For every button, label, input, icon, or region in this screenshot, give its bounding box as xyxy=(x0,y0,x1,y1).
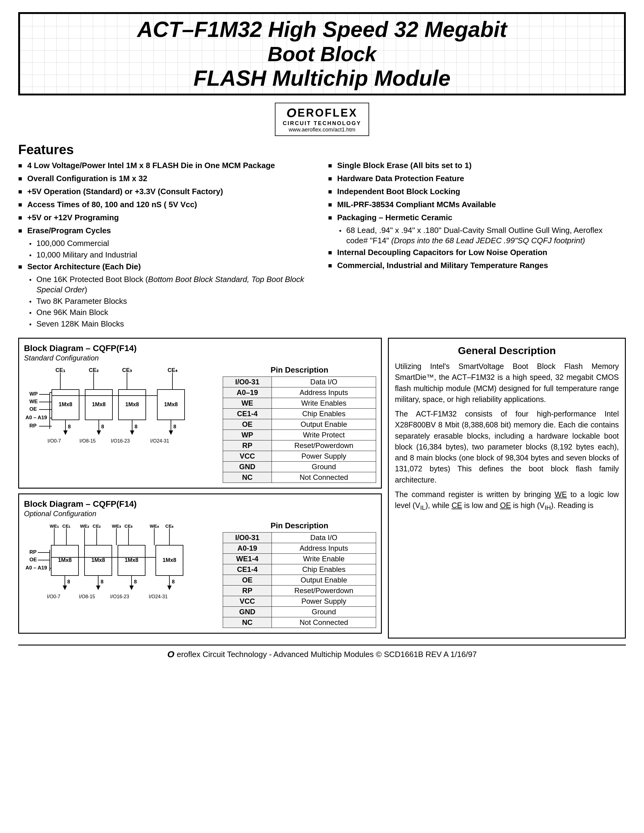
svg-text:8: 8 xyxy=(101,579,103,585)
feature-item: ■ Single Block Erase (All bits set to 1) xyxy=(328,160,626,171)
logo-sub: CIRCUIT TECHNOLOGY xyxy=(283,120,361,127)
feature-item: ■ Overall Configuration is 1M x 32 xyxy=(18,173,316,184)
footer-text: eroflex Circuit Technology - Advanced Mu… xyxy=(177,650,477,659)
features-col-right: ■ Single Block Erase (All bits set to 1)… xyxy=(328,160,626,330)
bd2-svg: WE₁ CE₁ WE₂ CE₂ WE₃ CE₃ WE₄ CE₄ xyxy=(24,521,206,624)
header-box: ACT–F1M32 High Speed 32 Megabit Boot Blo… xyxy=(18,12,626,95)
feature-item: ■ +5V or +12V Programing xyxy=(18,212,316,223)
bullet-icon: ■ xyxy=(328,213,335,222)
bd2-title: Block Diagram – CQFP(F14) xyxy=(24,499,376,509)
svg-text:1Mx8: 1Mx8 xyxy=(164,401,177,407)
svg-text:CE₄: CE₄ xyxy=(166,523,174,529)
bullet-icon: ■ xyxy=(328,161,335,170)
bd2-subtitle: Optional Configuration xyxy=(24,510,376,518)
bd1-title: Block Diagram – CQFP(F14) xyxy=(24,344,376,353)
footer-logo-a-icon: Ο xyxy=(167,649,174,659)
bd2-pin-title: Pin Description xyxy=(223,521,376,531)
sub-feature-item: ● 100,000 Commercial xyxy=(29,238,316,249)
svg-text:CE₄: CE₄ xyxy=(167,367,177,373)
general-desc-section: General Description Utilizing Intel's Sm… xyxy=(388,338,626,638)
sub-feature-item: ● One 96K Main Block xyxy=(29,307,316,318)
diagrams-section: Block Diagram – CQFP(F14) Standard Confi… xyxy=(18,338,382,638)
gd-para-1: Utilizing Intel's SmartVoltage Boot Bloc… xyxy=(395,361,619,405)
table-row: A0–19Address Inputs xyxy=(223,388,376,398)
feature-text: +5V or +12V Programing xyxy=(27,212,119,223)
footer-bar: Ο eroflex Circuit Technology - Advanced … xyxy=(18,645,626,659)
feature-item: ■ +5V Operation (Standard) or +3.3V (Con… xyxy=(18,186,316,197)
title-line2: Boot Block xyxy=(26,42,618,66)
feature-text: Overall Configuration is 1M x 32 xyxy=(27,173,147,184)
bd2-right: Pin Description I/O0-31Data I/O A0-19Add… xyxy=(223,521,376,628)
sub-feature-text: 100,000 Commercial xyxy=(36,238,109,249)
logo-area: Ο EROFLEX CIRCUIT TECHNOLOGY www.aerofle… xyxy=(18,103,626,136)
feature-text: MIL-PRF-38534 Compliant MCMs Available xyxy=(337,199,496,210)
svg-text:I/O8-15: I/O8-15 xyxy=(79,438,95,444)
bullet-icon: ■ xyxy=(328,261,335,270)
svg-text:I/O24-31: I/O24-31 xyxy=(149,594,167,599)
svg-text:8: 8 xyxy=(134,579,137,585)
svg-text:I/O0-7: I/O0-7 xyxy=(48,438,61,444)
bullet-icon: ■ xyxy=(18,262,26,272)
feature-item: ■ MIL-PRF-38534 Compliant MCMs Available xyxy=(328,199,626,210)
bullet-icon: ■ xyxy=(18,226,26,235)
feature-text: Erase/Program Cycles xyxy=(27,225,111,236)
table-row: RPReset/Powerdown xyxy=(223,585,376,596)
svg-text:1Mx8: 1Mx8 xyxy=(91,557,105,563)
title-line3: FLASH Multichip Module xyxy=(26,66,618,90)
svg-text:RP: RP xyxy=(29,549,37,555)
bullet-icon: ■ xyxy=(328,200,335,209)
feature-item: ■ Erase/Program Cycles xyxy=(18,225,316,236)
bullet-icon: ■ xyxy=(328,248,335,257)
block-diagram-2: Block Diagram – CQFP(F14) Optional Confi… xyxy=(18,494,382,634)
feature-item: ■ Commercial, Industrial and Military Te… xyxy=(328,260,626,271)
sub-feature-text: 10,000 Military and Industrial xyxy=(36,250,137,260)
features-col-left: ■ 4 Low Voltage/Power Intel 1M x 8 FLASH… xyxy=(18,160,316,330)
logo-box: Ο EROFLEX CIRCUIT TECHNOLOGY www.aerofle… xyxy=(275,103,369,136)
svg-text:I/O16-23: I/O16-23 xyxy=(111,438,130,444)
bd1-inner: CE₁ CE₂ CE₃ CE₄ WP WE xyxy=(24,365,376,483)
feature-item: ■ Packaging – Hermetic Ceramic xyxy=(328,212,626,223)
table-row: NCNot Connected xyxy=(223,618,376,628)
svg-text:RP: RP xyxy=(29,423,37,429)
feature-item: ■ Internal Decoupling Capacitors for Low… xyxy=(328,247,626,258)
svg-text:1Mx8: 1Mx8 xyxy=(92,401,105,407)
header-title: ACT–F1M32 High Speed 32 Megabit Boot Blo… xyxy=(26,17,618,90)
bd1-svg: CE₁ CE₂ CE₃ CE₄ WP WE xyxy=(24,365,206,462)
table-row: WPWrite Protect xyxy=(223,430,376,441)
logo-name: EROFLEX xyxy=(298,107,357,119)
svg-text:CE₂: CE₂ xyxy=(93,523,101,529)
svg-text:CE₃: CE₃ xyxy=(124,523,133,529)
feature-item: ■ Independent Boot Block Locking xyxy=(328,186,626,197)
table-row: I/O0-31Data I/O xyxy=(223,377,376,388)
bullet-icon: ■ xyxy=(18,200,26,209)
svg-text:8: 8 xyxy=(101,424,104,429)
bd1-subtitle: Standard Configuration xyxy=(24,354,376,362)
feature-text: Commercial, Industrial and Military Temp… xyxy=(337,260,548,271)
svg-text:A0 – A19: A0 – A19 xyxy=(26,565,47,571)
bd1-pin-table: I/O0-31Data I/O A0–19Address Inputs WEWr… xyxy=(223,376,376,483)
svg-text:A0 – A19: A0 – A19 xyxy=(26,415,47,420)
svg-text:1Mx8: 1Mx8 xyxy=(124,557,138,563)
feature-text: Packaging – Hermetic Ceramic xyxy=(337,212,452,223)
sub-feature-item: ● Two 8K Parameter Blocks xyxy=(29,296,316,307)
feature-text: Internal Decoupling Capacitors for Low N… xyxy=(337,247,547,258)
block-diagram-1: Block Diagram – CQFP(F14) Standard Confi… xyxy=(18,338,382,489)
svg-text:WP: WP xyxy=(29,391,37,397)
svg-text:I/O8-15: I/O8-15 xyxy=(79,594,95,599)
svg-text:1Mx8: 1Mx8 xyxy=(125,401,139,407)
feature-text: Single Block Erase (All bits set to 1) xyxy=(337,160,472,171)
bullet-icon: ■ xyxy=(18,161,26,170)
feature-item: ■ Access Times of 80, 100 and 120 nS ( 5… xyxy=(18,199,316,210)
bd1-left: CE₁ CE₂ CE₃ CE₄ WP WE xyxy=(24,365,218,483)
bullet-icon: ■ xyxy=(328,187,335,196)
svg-marker-47 xyxy=(169,431,173,435)
svg-marker-39 xyxy=(97,431,101,435)
sub-feature-item: ● Seven 128K Main Blocks xyxy=(29,319,316,329)
table-row: A0-19Address Inputs xyxy=(223,543,376,554)
table-row: OEOutput Enable xyxy=(223,575,376,585)
svg-marker-43 xyxy=(130,431,134,435)
svg-text:8: 8 xyxy=(135,424,137,429)
sub-feature-item: ● 68 Lead, .94" x .94" x .180" Dual-Cavi… xyxy=(339,225,626,246)
sub-bullet-icon: ● xyxy=(29,241,35,246)
svg-text:1Mx8: 1Mx8 xyxy=(58,557,71,563)
